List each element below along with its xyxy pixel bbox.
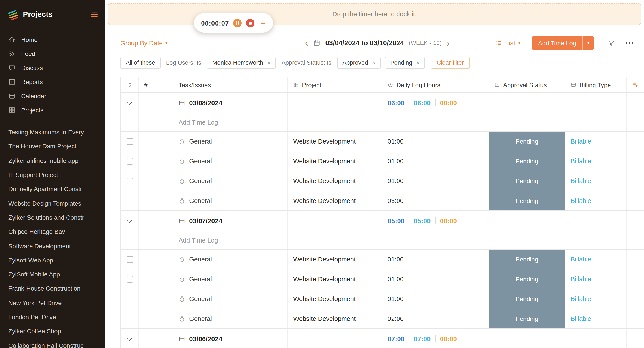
- status-badge[interactable]: Pending: [489, 289, 565, 309]
- row-checkbox[interactable]: [126, 158, 133, 165]
- project-list-item[interactable]: Zylker Solutions and Constr: [0, 210, 106, 225]
- status-badge[interactable]: Pending: [489, 171, 565, 191]
- menu-label: Home: [21, 36, 38, 43]
- column-header-project[interactable]: Project: [288, 77, 382, 92]
- time-log-row: General Website Development 01:00 Pendin…: [121, 171, 644, 191]
- row-checkbox[interactable]: [126, 178, 133, 184]
- project-list-item[interactable]: ZylSoft Mobile App: [0, 267, 106, 282]
- empty-cell: [626, 113, 644, 131]
- empty-cell: [626, 269, 644, 289]
- add-time-log-split-button: Add Time Log ▾: [532, 36, 594, 50]
- add-column-header-cell[interactable]: [626, 77, 644, 92]
- filter-match-chip[interactable]: All of these: [120, 57, 160, 69]
- billing-type-cell[interactable]: Billable: [565, 152, 626, 171]
- column-header-daily-log-hours[interactable]: Daily Log Hours: [382, 77, 489, 92]
- billing-type-cell[interactable]: Billable: [565, 289, 626, 309]
- approval-pending-chip[interactable]: Pending ×: [385, 57, 425, 69]
- project-list-item[interactable]: IT Support Project: [0, 168, 106, 182]
- billing-type-cell[interactable]: Billable: [565, 132, 626, 151]
- add-time-log-dropdown[interactable]: ▾: [582, 36, 594, 50]
- floating-timer[interactable]: 00:00:07 +: [194, 13, 273, 32]
- column-header-task[interactable]: Task/Issues: [173, 77, 288, 92]
- sidebar-item-calendar[interactable]: Calendar: [0, 89, 106, 103]
- hours-cell: 01:00: [382, 289, 489, 309]
- sidebar-item-projects[interactable]: Projects: [0, 103, 106, 117]
- timer-dock-zone[interactable]: Drop the timer here to dock it.: [108, 3, 641, 25]
- view-selector[interactable]: List ▾: [495, 39, 520, 46]
- status-badge[interactable]: Pending: [489, 309, 565, 329]
- sidebar-item-home[interactable]: Home: [0, 32, 106, 47]
- billing-type-cell[interactable]: Billable: [565, 309, 626, 329]
- project-cell: Website Development: [288, 191, 382, 210]
- status-badge[interactable]: Pending: [489, 191, 565, 210]
- hamburger-menu-icon[interactable]: [90, 10, 99, 19]
- status-badge[interactable]: Pending: [489, 250, 565, 269]
- reports-icon: [8, 78, 16, 85]
- project-list-item[interactable]: Chipco Heritage Bay: [0, 224, 106, 239]
- add-timer-icon[interactable]: +: [260, 18, 266, 27]
- date-picker-icon[interactable]: [313, 39, 320, 47]
- empty-cell: [489, 93, 565, 113]
- empty-cell: [626, 329, 644, 348]
- status-badge[interactable]: Pending: [489, 269, 565, 289]
- filter-icon[interactable]: [607, 39, 615, 47]
- caret-down-icon: ▾: [165, 41, 168, 45]
- group-toggle-cell[interactable]: [121, 93, 139, 113]
- sidebar-item-discuss[interactable]: Discuss: [0, 61, 106, 75]
- column-header-approval-status[interactable]: Approval Status: [489, 77, 565, 92]
- billing-type-cell[interactable]: Billable: [565, 269, 626, 289]
- empty-cell: [139, 231, 173, 249]
- group-toggle-cell[interactable]: [121, 211, 139, 231]
- add-time-log-button[interactable]: Add Time Log: [532, 36, 582, 50]
- time-log-row: General Website Development 01:00 Pendin…: [121, 289, 644, 309]
- approval-status-cell: Pending: [489, 269, 565, 289]
- row-checkbox[interactable]: [126, 197, 133, 204]
- status-badge[interactable]: Pending: [489, 152, 565, 171]
- group-date-cell: 03/07/2024: [173, 211, 288, 231]
- log-user-chip[interactable]: Monica Hemsworth ×: [207, 57, 276, 69]
- project-list-item[interactable]: Zylsoft Web App: [0, 253, 106, 267]
- empty-cell: [565, 113, 626, 131]
- pause-icon[interactable]: [234, 19, 242, 27]
- sidebar-item-reports[interactable]: Reports: [0, 75, 106, 89]
- project-list-item[interactable]: Frank-House Construction: [0, 282, 106, 296]
- column-header-index[interactable]: #: [139, 77, 173, 92]
- project-list-item[interactable]: New York Pet Drive: [0, 296, 106, 310]
- remove-filter-icon[interactable]: ×: [267, 59, 270, 66]
- project-list-item[interactable]: Zylker airlines mobile app: [0, 154, 106, 168]
- clear-filter-button[interactable]: Clear filter: [431, 57, 470, 69]
- billing-type-cell[interactable]: Billable: [565, 171, 626, 191]
- collapse-all-header-cell[interactable]: [121, 77, 139, 92]
- project-list-item[interactable]: Collaboration Hall Construc: [0, 338, 106, 348]
- row-checkbox[interactable]: [126, 256, 133, 263]
- row-checkbox[interactable]: [126, 296, 133, 302]
- row-checkbox[interactable]: [126, 276, 133, 282]
- project-list-item[interactable]: London Pet Drive: [0, 310, 106, 324]
- row-checkbox[interactable]: [126, 138, 133, 145]
- billing-type-cell[interactable]: Billable: [565, 250, 626, 269]
- row-index-cell: [139, 250, 173, 269]
- next-week-chevron[interactable]: ›: [446, 38, 450, 47]
- more-options-icon[interactable]: •••: [626, 40, 634, 46]
- billing-type-cell[interactable]: Billable: [565, 191, 626, 210]
- remove-filter-icon[interactable]: ×: [416, 59, 419, 66]
- column-header-billing-type[interactable]: Billing Type: [565, 77, 626, 92]
- row-checkbox[interactable]: [126, 316, 133, 322]
- add-time-log-placeholder[interactable]: Add Time Log: [173, 113, 288, 131]
- group-by-dropdown[interactable]: Group By Date ▾: [120, 39, 168, 46]
- sidebar-item-feed[interactable]: Feed: [0, 47, 106, 61]
- total-logged: 05:00: [388, 217, 404, 224]
- approval-approved-chip[interactable]: Approved ×: [337, 57, 381, 69]
- project-list-item[interactable]: Website Design Templates: [0, 196, 106, 210]
- stop-icon[interactable]: [246, 19, 255, 27]
- remove-filter-icon[interactable]: ×: [372, 59, 375, 66]
- group-toggle-cell[interactable]: [121, 329, 139, 348]
- status-badge[interactable]: Pending: [489, 132, 565, 151]
- project-list-item[interactable]: Donnelly Apartment Constr: [0, 182, 106, 196]
- project-list-item[interactable]: Zylker Coffee Shop: [0, 324, 106, 338]
- prev-week-chevron[interactable]: ‹: [304, 38, 309, 47]
- project-list-item[interactable]: The Hoover Dam Project: [0, 139, 106, 154]
- project-list-item[interactable]: Software Development: [0, 239, 106, 253]
- project-list-item[interactable]: Testing Maximums In Every: [0, 125, 106, 139]
- add-time-log-placeholder[interactable]: Add Time Log: [173, 231, 288, 249]
